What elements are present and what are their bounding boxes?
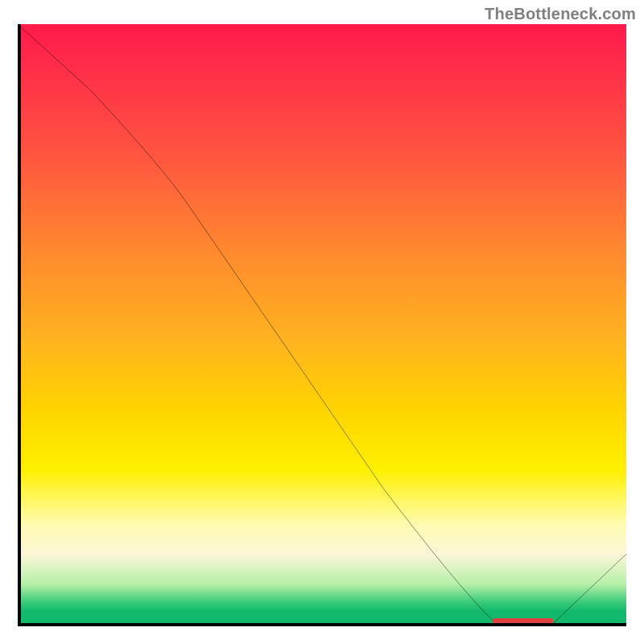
chart-container: TheBottleneck.com <box>0 0 644 644</box>
y-axis-line <box>18 24 21 626</box>
attribution-text: TheBottleneck.com <box>485 5 636 23</box>
line-series <box>18 24 626 626</box>
x-axis-line <box>18 623 626 626</box>
curve-path <box>18 24 626 625</box>
plot-area <box>18 24 626 626</box>
